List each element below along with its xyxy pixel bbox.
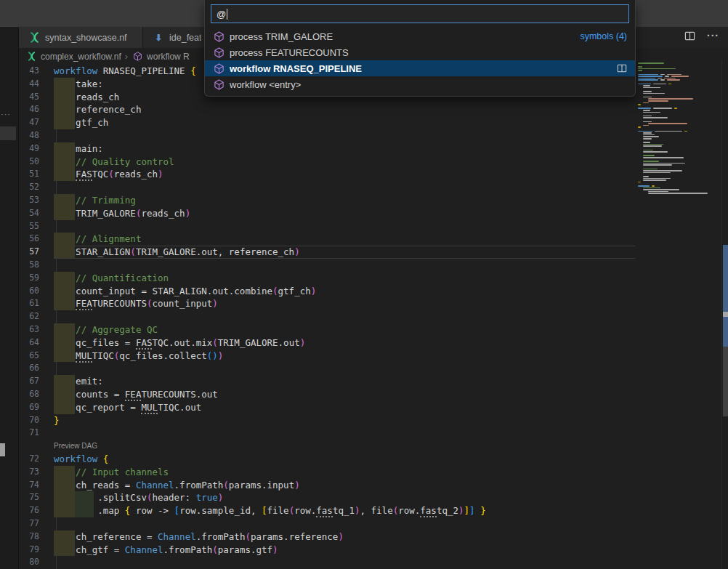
code-text: } [54,414,60,427]
quickpick-item[interactable]: workflow <entry> [205,76,635,92]
quickpick-item[interactable]: process FEATURECOUNTS [205,44,635,60]
symbols-filter-link[interactable]: symbols (4) [580,31,627,41]
code-line-68[interactable]: 68 counts = FEATURECOUNTS.out [19,388,635,401]
minimap-line [643,112,660,113]
line-number: 78 [19,530,39,544]
minimap-line [643,132,652,134]
tab-syntax-showcase[interactable]: syntax_showcase.nf [19,27,143,48]
minimap-line [643,178,671,179]
code-line-46[interactable]: 46 reference_ch [19,103,635,116]
minimap-line [643,85,650,86]
code-line-66[interactable]: 66 [19,362,635,375]
split-editor-icon[interactable] [617,63,627,73]
minimap-line [643,87,660,89]
line-number: 58 [19,259,39,272]
code-line-56[interactable]: 56 // Alignment [19,233,635,246]
minimap-line [638,108,651,109]
code-editor[interactable]: 43workflow RNASEQ_PIPELINE {44 take:45 r… [19,65,635,569]
code-line-53[interactable]: 53 // Trimming [19,194,635,207]
code-line-47[interactable]: 47 gtf_ch [19,116,635,129]
code-line-80[interactable]: 80 [19,556,635,569]
line-number: 69 [19,401,39,414]
minimap[interactable] [638,62,721,208]
minimap-line [643,144,663,145]
code-line-67[interactable]: 67 emit: [19,375,635,388]
code-line-51[interactable]: 51 FASTQC(reads_ch) [19,168,635,181]
line-number: 45 [19,91,39,104]
quickpick-item[interactable]: workflow RNASEQ_PIPELINE [205,60,635,76]
code-line-79[interactable]: 79 ch_gtf = Channel.fromPath(params.gtf) [19,544,635,557]
split-editor-button[interactable] [684,30,695,41]
code-line-55[interactable]: 55 [19,220,635,233]
code-line-57[interactable]: 57 STAR_ALIGN(TRIM_GALORE.out, reference… [19,246,635,259]
quickpick-item[interactable]: process TRIM_GALOREsymbols (4) [205,28,635,44]
code-line-62[interactable]: 62 [19,310,635,323]
panel-selected-item-sliver [0,126,16,140]
minimap-line [643,170,682,171]
code-text: qc_files = FASTQC.out.mix(TRIM_GALORE.ou… [54,336,305,350]
line-number: 56 [19,233,39,246]
code-line-60[interactable]: 60 count_input = STAR_ALIGN.out.combine(… [19,285,635,298]
breadcrumb-symbol[interactable]: workflow R [147,52,190,62]
code-line-63[interactable]: 63 // Aggregate QC [19,323,635,336]
code-text: ch_reads = Channel.fromPath(params.input… [54,479,300,492]
code-line-76[interactable]: 76 .map { row -> [row.sample_id, [file(r… [19,504,635,517]
more-actions-button[interactable]: ··· [707,30,719,41]
code-line-74[interactable]: 74 ch_reads = Channel.fromPath(params.in… [19,479,635,492]
line-number: 70 [19,414,39,427]
codelens-row: Preview DAG [19,440,635,453]
overflow-ellipsis-icon[interactable]: ··· [1,110,11,118]
quick-pick-query: @ [217,9,226,20]
quick-pick-input[interactable]: @ [211,4,629,23]
code-line-48[interactable]: 48 [19,129,635,142]
code-line-70[interactable]: 70} [19,414,635,427]
line-number: 60 [19,285,39,298]
minimap-line [643,189,679,190]
code-line-52[interactable]: 52 [19,181,635,194]
vscode-window: { "colors": { "accent_focus": "#4c8fd4",… [0,0,728,569]
minimap-line [638,76,663,77]
code-line-58[interactable]: 58 [19,259,635,272]
code-line-50[interactable]: 50 // Quality control [19,156,635,169]
minimap-line [668,84,671,85]
code-text: // Quality control [54,156,174,169]
minimap-line [643,163,685,164]
codelens-preview-dag-link[interactable]: Preview DAG [54,440,97,453]
minimap-line [643,116,652,117]
code-line-77[interactable]: 77 [19,517,635,530]
minimap-line [643,187,660,189]
code-line-75[interactable]: 75 .splitCsv(header: true) [19,491,635,504]
code-line-59[interactable]: 59 // Quantification [19,272,635,285]
code-line-61[interactable]: 61 FEATURECOUNTS(count_input) [19,297,635,310]
code-line-65[interactable]: 65 MULTIQC(qc_files.collect()) [19,350,635,363]
line-number: 49 [19,142,39,156]
scrollbar-slider[interactable] [723,347,728,416]
minimap-line [643,150,653,151]
code-line-54[interactable]: 54 TRIM_GALORE(reads_ch) [19,207,635,220]
text-cursor [227,9,227,20]
indent-guide [56,362,57,375]
minimap-line [648,123,687,124]
panel-scrollbar-sliver[interactable] [0,443,5,456]
breadcrumb-file[interactable]: complex_workflow.nf [41,52,121,62]
code-line-69[interactable]: 69 qc_report = MULTIQC.out [19,401,635,414]
line-number: 66 [19,362,39,375]
minimap-line [643,102,649,104]
code-line-71[interactable]: 71 [19,427,635,440]
code-text: gtf_ch [54,116,108,129]
code-line-64[interactable]: 64 qc_files = FASTQC.out.mix(TRIM_GALORE… [19,336,635,350]
minimap-line [643,179,666,181]
minimap-line [638,84,651,85]
line-number: 65 [19,350,39,363]
line-number: 74 [19,479,39,492]
code-text: reference_ch [54,103,141,116]
code-line-73[interactable]: 73 // Input channels [19,466,635,479]
indent-guide [56,517,57,530]
code-line-49[interactable]: 49 main: [19,142,635,156]
minimap-line [665,76,669,77]
minimap-line [643,142,650,143]
code-text: .map { row -> [row.sample_id, [file(row.… [54,504,486,517]
code-line-78[interactable]: 78 ch_reference = Channel.fromPath(param… [19,530,635,544]
code-line-72[interactable]: 72workflow { [19,453,635,466]
line-number: 73 [19,466,39,479]
